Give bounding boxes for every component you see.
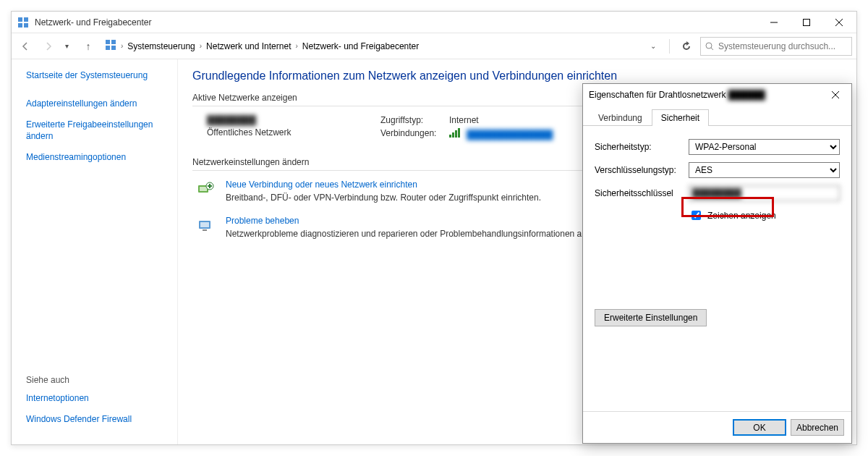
- window-title: Netzwerk- und Freigabecenter: [35, 17, 757, 28]
- dialog-titlebar: Eigenschaften für Drahtlosnetzwerk █████…: [583, 84, 851, 106]
- dialog-title-network-name: ██████: [728, 90, 786, 100]
- sidebar-media[interactable]: Medienstreamingoptionen: [26, 151, 177, 164]
- svg-rect-5: [803, 19, 809, 25]
- forward-button[interactable]: [39, 37, 58, 56]
- network-type: Öffentliches Netzwerk: [207, 127, 380, 138]
- network-center-icon: [17, 17, 29, 28]
- task-new-connection-desc: Breitband-, DFÜ- oder VPN-Verbindung bzw…: [226, 192, 541, 204]
- tab-connection[interactable]: Verbindung: [589, 109, 652, 126]
- breadcrumb-sep: ›: [121, 42, 123, 50]
- breadcrumb-sep: ›: [295, 42, 297, 50]
- cancel-button[interactable]: Abbrechen: [791, 419, 844, 436]
- tab-security[interactable]: Sicherheit: [652, 109, 709, 126]
- task-troubleshoot-title[interactable]: Probleme beheben: [226, 216, 609, 226]
- svg-rect-8: [106, 40, 110, 44]
- sidebar-internet-options[interactable]: Internetoptionen: [26, 392, 177, 405]
- history-dropdown[interactable]: ▾: [65, 42, 69, 50]
- svg-rect-1: [24, 17, 28, 22]
- breadcrumb-dropdown[interactable]: ⌄: [650, 42, 656, 50]
- breadcrumb: › Systemsteuerung › Netzwerk und Interne…: [102, 37, 643, 56]
- dialog-footer: OK Abbrechen: [583, 411, 851, 443]
- maximize-button[interactable]: [790, 12, 822, 33]
- encryption-type-select[interactable]: AES: [689, 162, 840, 178]
- breadcrumb-mid[interactable]: Netzwerk und Internet: [206, 41, 291, 51]
- sidebar-see-also-header: Siehe auch: [26, 375, 177, 385]
- refresh-button[interactable]: [677, 37, 696, 56]
- search-placeholder: Systemsteuerung durchsuch...: [718, 41, 835, 51]
- troubleshoot-icon: [195, 216, 216, 236]
- access-type-label: Zugriffstyp:: [380, 115, 449, 125]
- svg-rect-0: [18, 17, 22, 22]
- dialog-close-button[interactable]: [825, 85, 846, 105]
- back-button[interactable]: [16, 37, 35, 56]
- ok-button[interactable]: OK: [733, 419, 786, 436]
- sidebar-adapter[interactable]: Adaptereinstellungen ändern: [26, 98, 177, 110]
- security-key-label: Sicherheitsschlüssel: [595, 188, 689, 198]
- security-type-label: Sicherheitstyp:: [595, 142, 689, 152]
- svg-rect-9: [111, 40, 116, 44]
- svg-point-12: [706, 43, 712, 48]
- connection-link[interactable]: ██████████████: [467, 130, 553, 140]
- svg-rect-21: [203, 229, 207, 231]
- svg-rect-3: [24, 23, 28, 28]
- breadcrumb-icon: [105, 39, 116, 53]
- new-connection-icon: [195, 180, 216, 200]
- svg-rect-15: [200, 187, 207, 191]
- toolbar-sep: [669, 39, 670, 54]
- sidebar-firewall[interactable]: Windows Defender Firewall: [26, 413, 177, 426]
- breadcrumb-leaf[interactable]: Netzwerk- und Freigabecenter: [302, 41, 419, 51]
- access-type-value: Internet: [449, 115, 479, 125]
- toolbar: ▾ ↑ › Systemsteuerung › Netzwerk und Int…: [12, 33, 856, 59]
- up-button[interactable]: ↑: [79, 37, 98, 56]
- task-new-connection-title[interactable]: Neue Verbindung oder neues Netzwerk einr…: [226, 180, 541, 190]
- annotation-highlight: [681, 197, 774, 217]
- page-title: Grundlegende Informationen zum Netzwerk …: [192, 69, 842, 83]
- breadcrumb-root[interactable]: Systemsteuerung: [127, 41, 195, 51]
- advanced-settings-button[interactable]: Erweiterte Einstellungen: [595, 309, 707, 326]
- sidebar-advanced-sharing[interactable]: Erweiterte Freigabeeinstellungen ändern: [26, 119, 177, 143]
- svg-rect-2: [18, 23, 22, 28]
- dialog-tabs: Verbindung Sicherheit: [583, 106, 851, 126]
- task-troubleshoot-desc: Netzwerkprobleme diagnostizieren und rep…: [226, 228, 609, 240]
- close-button[interactable]: [822, 12, 855, 33]
- dialog-title-prefix: Eigenschaften für Drahtlosnetzwerk: [589, 90, 726, 100]
- svg-line-13: [711, 48, 713, 50]
- network-name: ████████: [207, 115, 380, 125]
- titlebar: Netzwerk- und Freigabecenter: [12, 12, 856, 33]
- connections-label: Verbindungen:: [380, 128, 449, 140]
- sidebar-home[interactable]: Startseite der Systemsteuerung: [26, 69, 177, 82]
- connections-value[interactable]: ██████████████: [449, 128, 553, 140]
- svg-rect-10: [106, 46, 110, 50]
- wifi-properties-dialog: Eigenschaften für Drahtlosnetzwerk █████…: [582, 83, 852, 444]
- wifi-signal-icon: [449, 128, 460, 138]
- security-type-select[interactable]: WPA2-Personal: [689, 139, 840, 155]
- search-icon: [705, 42, 714, 51]
- sidebar: Startseite der Systemsteuerung Adapterei…: [12, 59, 178, 444]
- encryption-type-label: Verschlüsselungstyp:: [595, 165, 689, 175]
- dialog-body: Sicherheitstyp: WPA2-Personal Verschlüss…: [583, 126, 851, 411]
- svg-rect-11: [111, 46, 116, 50]
- svg-rect-20: [200, 222, 209, 227]
- minimize-button[interactable]: [757, 12, 790, 33]
- search-box[interactable]: Systemsteuerung durchsuch...: [700, 37, 852, 56]
- breadcrumb-sep: ›: [200, 42, 202, 50]
